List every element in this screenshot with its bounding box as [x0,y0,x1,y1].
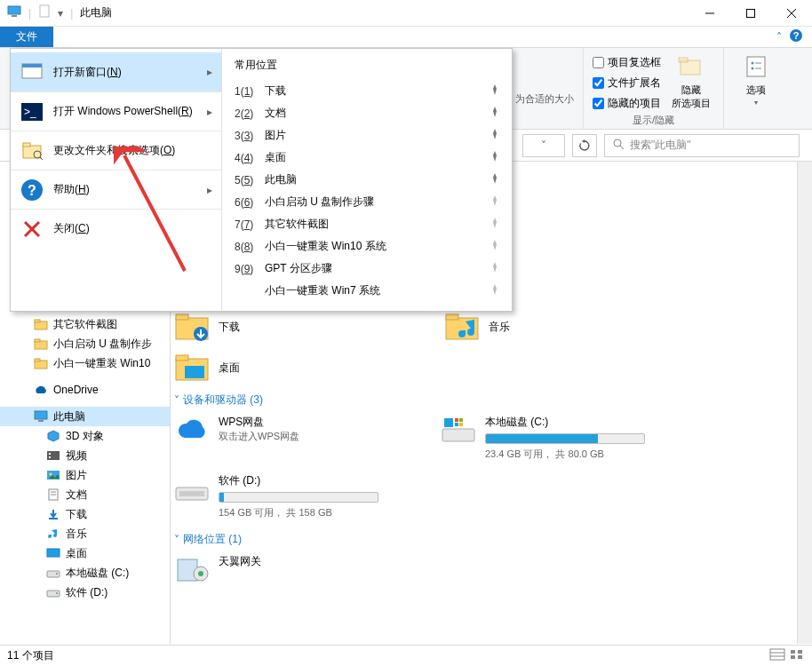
c-drive[interactable]: 本地磁盘 (C:) 23.4 GB 可用， 共 80.0 GB [441,415,672,461]
sidebar-item[interactable]: 软件 (D:) [0,583,170,602]
drive-c-icon [441,415,476,447]
search-input[interactable]: 搜索"此电脑" [604,134,800,157]
svg-rect-24 [35,411,47,419]
sidebar-item[interactable]: 本地磁盘 (C:) [0,563,170,583]
file-menu-item-1[interactable]: >_打开 Windows PowerShell(R)▸ [11,91,221,131]
qat-doc-icon[interactable] [38,4,51,21]
sidebar-item[interactable]: OneDrive [0,380,170,400]
pin-icon [490,129,499,142]
svg-rect-0 [8,6,20,14]
folder-desktop[interactable]: 桌面 [174,352,240,384]
window-title: 此电脑 [80,5,112,20]
sidebar-item[interactable]: 文档 [0,485,170,504]
svg-point-37 [56,573,58,575]
options-button[interactable]: 选项 ▾ [733,52,779,107]
svg-rect-25 [38,420,44,422]
svg-rect-55 [179,491,204,496]
close-button[interactable] [771,0,812,27]
svg-rect-53 [459,423,463,426]
sidebar-item[interactable]: 桌面 [0,543,170,563]
options-icon [742,53,770,82]
maximize-button[interactable] [730,0,771,27]
qat-separator-2: | [70,7,73,20]
common-location-item[interactable]: 7(7)其它软件截图 [222,213,512,235]
svg-rect-52 [455,423,458,426]
minimize-button[interactable] [689,0,730,27]
network-gateway[interactable]: 天翼网关 [174,554,405,586]
refresh-button[interactable] [572,134,597,157]
wps-drive[interactable]: WPS网盘 双击进入WPS网盘 [174,415,405,461]
network-section-header[interactable]: ˅ 网络位置 (1) [174,532,794,547]
ribbon-tabs: 文件 ˄ ? [0,27,812,48]
menu-item-icon [20,139,44,163]
qat-dropdown-icon[interactable]: ▾ [58,7,63,20]
common-location-item[interactable]: 2(2)文档 [222,102,512,124]
pc-icon [34,409,48,424]
drive-icon [46,566,60,580]
sidebar-item[interactable]: 下载 [0,504,170,524]
folder-downloads[interactable]: 下载 [174,311,240,343]
content-area: 下载 音乐 桌面 ˅ 设备和驱动器 (3) WPS网盘 双击进入WPS网盘 本地… [174,311,794,644]
common-location-item[interactable]: 3(3)图片 [222,124,512,147]
scrollbar[interactable] [797,162,812,644]
sidebar-item[interactable]: 音乐 [0,524,170,543]
checkbox-hidden-items[interactable]: 隐藏的项目 [593,96,661,111]
common-location-item[interactable]: 6(6)小白启动 U 盘制作步骤 [222,191,512,213]
sidebar-item[interactable]: 视频 [0,446,170,465]
folder-icon [34,317,48,331]
submenu-arrow-icon: ▸ [207,184,212,196]
sidebar-item[interactable]: 图片 [0,465,170,485]
devices-section-header[interactable]: ˅ 设备和驱动器 (3) [174,392,794,408]
svg-text:>_: >_ [24,106,36,118]
checkbox-item-checkboxes[interactable]: 项目复选框 [593,55,661,70]
svg-rect-23 [35,359,40,361]
folder-icon [34,337,48,351]
menu-item-icon [20,59,44,84]
common-location-item[interactable]: 8(8)小白一键重装 Win10 系统 [222,235,512,258]
hide-selected-button[interactable]: 隐藏 所选项目 [668,52,714,110]
statusbar: 11 个项目 [0,645,812,666]
svg-rect-36 [47,571,60,577]
pin-icon [490,107,499,120]
svg-rect-65 [798,655,802,659]
address-dropdown[interactable]: ˅ [522,134,565,157]
sidebar-item[interactable]: 此电脑 [0,407,170,426]
view-large-button[interactable] [789,648,805,663]
pin-icon [490,195,499,209]
3d-icon [46,429,60,443]
svg-point-58 [198,571,203,576]
help-icon[interactable]: ? [789,28,803,45]
folder-music[interactable]: 音乐 [444,311,510,343]
svg-rect-48 [442,429,474,441]
sidebar-item[interactable]: 小白一键重装 Win10 [0,353,170,373]
svg-rect-10 [679,58,688,62]
sidebar-item[interactable]: 其它软件截图 [0,314,170,334]
sidebar-item[interactable]: 小白启动 U 盘制作步 [0,334,170,353]
svg-rect-64 [791,655,795,659]
svg-rect-46 [176,355,188,361]
common-location-item[interactable]: 9(9)GPT 分区步骤 [222,258,512,280]
d-drive-bar [219,492,378,503]
d-drive[interactable]: 软件 (D:) 154 GB 可用， 共 158 GB [174,473,405,519]
common-location-item[interactable]: 1(1)下载 [222,80,512,102]
svg-rect-41 [176,314,188,320]
file-menu-item-3[interactable]: ?帮助(H)▸ [11,170,221,209]
drive-icon [46,585,60,599]
svg-rect-19 [35,320,40,322]
svg-rect-28 [49,456,51,458]
common-location-item[interactable]: 4(4)桌面 [222,147,512,169]
file-menu-item-2[interactable]: 更改文件夹和搜索选项(O) [11,131,221,170]
file-menu-item-4[interactable]: 关闭(C) [11,209,221,248]
svg-rect-47 [185,366,204,378]
pin-icon [490,173,499,186]
sidebar-item[interactable]: 3D 对象 [0,426,170,446]
dl-icon [46,507,60,521]
view-details-button[interactable] [769,648,785,663]
common-location-item[interactable]: 5(5)此电脑 [222,169,512,191]
submenu-arrow-icon: ▸ [207,66,212,78]
checkbox-file-extensions[interactable]: 文件扩展名 [593,75,661,91]
file-tab[interactable]: 文件 [0,27,53,47]
common-location-item[interactable]: 小白一键重装 Win7 系统 [222,280,512,302]
file-menu-item-0[interactable]: 打开新窗口(N)▸ [11,52,221,91]
ribbon-collapse-icon[interactable]: ˄ [776,31,782,44]
